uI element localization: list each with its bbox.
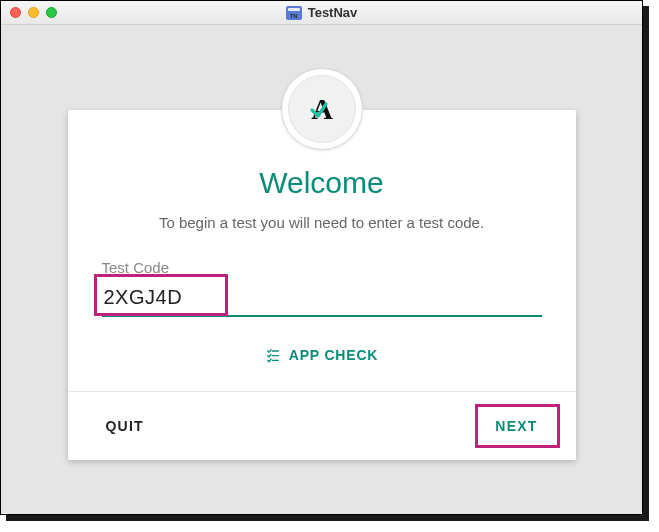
close-icon[interactable] [10, 7, 21, 18]
app-window: TN TestNav A Welcome To begin a test you… [0, 0, 643, 515]
card-footer: QUIT NEXT [68, 392, 576, 460]
app-check-button[interactable]: APP CHECK [102, 341, 542, 369]
workspace: A Welcome To begin a test you will need … [1, 25, 642, 514]
test-code-field-wrap [102, 282, 542, 317]
minimize-icon[interactable] [28, 7, 39, 18]
zoom-icon[interactable] [46, 7, 57, 18]
logo-circle: A [281, 68, 363, 150]
quit-button[interactable]: QUIT [94, 410, 156, 442]
next-button-wrap: NEXT [483, 410, 549, 442]
app-icon: TN [286, 6, 302, 20]
window-title: TN TestNav [1, 5, 642, 20]
subtitle-text: To begin a test you will need to enter a… [102, 214, 542, 231]
logo-icon: A [288, 75, 356, 143]
test-code-input[interactable] [102, 282, 542, 317]
test-code-label: Test Code [102, 259, 542, 276]
next-button[interactable]: NEXT [483, 410, 549, 442]
window-titlebar: TN TestNav [1, 1, 642, 25]
login-card: A Welcome To begin a test you will need … [68, 110, 576, 460]
card-body: Welcome To begin a test you will need to… [68, 110, 576, 391]
list-check-icon [265, 347, 281, 363]
window-controls [10, 7, 57, 18]
app-check-label: APP CHECK [289, 347, 378, 363]
window-title-text: TestNav [308, 5, 358, 20]
welcome-heading: Welcome [102, 166, 542, 200]
